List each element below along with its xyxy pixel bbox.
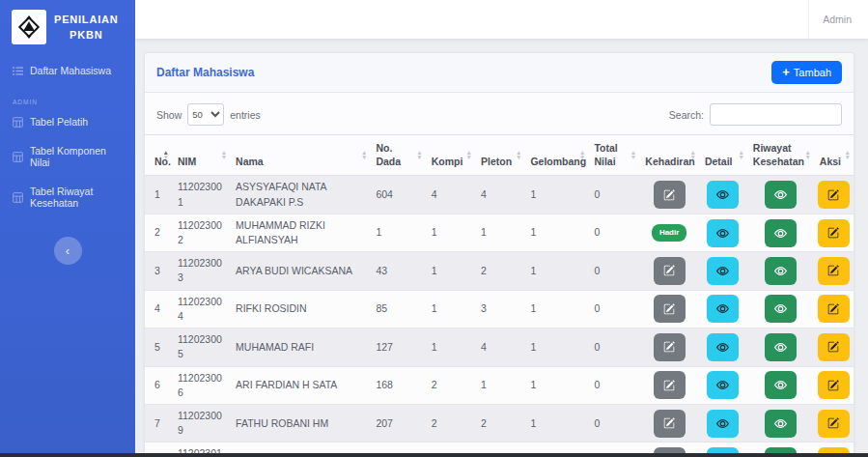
cell-no: 5 — [145, 328, 172, 366]
riwayat-kesehatan-view-button[interactable] — [765, 333, 797, 361]
sort-carets-icon: ▲▼ — [738, 149, 743, 159]
cell-kehadiran — [639, 366, 699, 404]
kehadiran-edit-button[interactable] — [654, 295, 686, 323]
cell-kehadiran: Hadir — [639, 214, 699, 251]
riwayat-kesehatan-view-button[interactable] — [765, 371, 797, 399]
brand-title-line2: PKBN — [54, 27, 118, 43]
column-header-kehadiran[interactable]: Kehadiran▲▼ — [639, 135, 699, 176]
sidebar-item-daftar-mahasiswa[interactable]: Daftar Mahasiswa — [0, 56, 135, 85]
column-header-no_dada[interactable]: No. Dada▲▼ — [370, 135, 425, 176]
column-header-total_nilai[interactable]: Total Nilai▲▼ — [588, 135, 639, 176]
aksi-edit-button[interactable] — [818, 181, 850, 209]
sort-carets-icon: ▲▼ — [690, 149, 696, 159]
detail-view-button[interactable] — [707, 333, 739, 361]
detail-view-button[interactable] — [707, 295, 739, 323]
sidebar-item-label: Daftar Mahasiswa — [30, 65, 111, 76]
riwayat-kesehatan-view-button[interactable] — [765, 181, 797, 209]
detail-view-button[interactable] — [707, 410, 739, 438]
topbar: Admin — [135, 0, 868, 39]
column-header-detail[interactable]: Detail▲▼ — [699, 135, 747, 176]
cell-no_dada: 168 — [370, 366, 425, 404]
table-row: 6112023006ARI FARDIAN H SATA1682110 — [145, 366, 854, 404]
riwayat-kesehatan-view-button[interactable] — [765, 295, 797, 323]
cell-kompi: 1 — [426, 290, 475, 328]
detail-view-button[interactable] — [707, 371, 739, 399]
cell-kehadiran — [639, 290, 699, 328]
riwayat-kesehatan-view-button[interactable] — [765, 219, 797, 247]
mahasiswa-table: No.▲▼NIM▲▼Nama▲▼No. Dada▲▼Kompi▲▼Pleton▲… — [145, 134, 854, 457]
kehadiran-edit-button[interactable] — [654, 333, 686, 361]
column-header-nama[interactable]: Nama▲▼ — [230, 135, 370, 176]
kehadiran-edit-button[interactable] — [654, 181, 686, 209]
aksi-edit-button[interactable] — [818, 257, 850, 285]
cell-aksi — [814, 404, 854, 442]
aksi-edit-button[interactable] — [818, 410, 850, 438]
cell-no: 6 — [145, 366, 172, 404]
aksi-edit-button[interactable] — [818, 333, 850, 361]
cell-gelombang: 1 — [524, 366, 588, 404]
show-label: Show — [156, 109, 182, 121]
content-area: Daftar Mahasiswa + Tambah Show 50 entrie… — [135, 39, 868, 457]
detail-view-button[interactable] — [707, 257, 739, 285]
riwayat-kesehatan-view-button[interactable] — [765, 257, 797, 285]
detail-view-button[interactable] — [707, 219, 739, 247]
column-header-nim[interactable]: NIM▲▼ — [172, 135, 230, 176]
eye-icon — [774, 265, 787, 277]
sidebar-item-tabel-riwayat-kesehatan[interactable]: Tabel Riwayat Kesehatan — [0, 177, 135, 217]
cell-kehadiran — [639, 176, 699, 214]
aksi-edit-button[interactable] — [818, 371, 850, 399]
cell-total_nilai: 0 — [588, 214, 639, 251]
table-row: 3112023003ARYA BUDI WICAKSANA431210 — [145, 252, 854, 290]
column-header-pleton[interactable]: Pleton▲▼ — [475, 135, 524, 176]
brand[interactable]: PENILAIAN PKBN — [0, 0, 135, 56]
eye-icon — [774, 341, 787, 354]
sidebar-item-tabel-pelatih[interactable]: Tabel Pelatih — [0, 107, 135, 136]
column-header-aksi[interactable]: Aksi▲▼ — [814, 135, 854, 176]
cell-no_dada: 604 — [370, 176, 425, 214]
cell-total_nilai: 0 — [588, 252, 639, 290]
column-header-kompi[interactable]: Kompi▲▼ — [426, 135, 475, 176]
tambah-button[interactable]: + Tambah — [771, 61, 842, 84]
app-logo-icon — [12, 10, 46, 44]
cell-no_dada: 1 — [370, 214, 425, 251]
eye-icon — [774, 227, 787, 240]
table-controls: Show 50 entries Search: — [145, 93, 854, 134]
cell-nama: MUHAMAD RAFI — [230, 328, 370, 366]
column-header-label: No. Dada — [376, 142, 401, 167]
cell-pleton: 2 — [475, 404, 524, 442]
pencil-square-icon — [663, 303, 675, 315]
column-header-no[interactable]: No.▲▼ — [145, 135, 172, 176]
cell-aksi — [814, 252, 854, 290]
kehadiran-edit-button[interactable] — [654, 257, 686, 285]
cell-nim: 112023004 — [172, 290, 230, 328]
cell-riwayat-kesehatan — [747, 176, 814, 214]
bottom-scrollbar[interactable] — [0, 453, 868, 457]
table-icon — [13, 152, 23, 162]
eye-icon — [716, 265, 729, 277]
riwayat-kesehatan-view-button[interactable] — [765, 410, 797, 438]
eye-icon — [716, 417, 729, 430]
card-header: Daftar Mahasiswa + Tambah — [145, 53, 854, 93]
cell-kompi: 4 — [426, 176, 475, 214]
kehadiran-edit-button[interactable] — [654, 410, 686, 438]
sidebar-item-tabel-komponen-nilai[interactable]: Tabel Komponen Nilai — [0, 136, 135, 177]
sidebar-collapse-button[interactable]: ‹ — [54, 237, 82, 265]
kehadiran-edit-button[interactable] — [654, 371, 686, 399]
column-header-label: Aksi — [820, 156, 841, 167]
topbar-user-label[interactable]: Admin — [808, 0, 868, 39]
page-size-select[interactable]: 50 — [187, 103, 224, 126]
pencil-square-icon — [827, 227, 839, 239]
cell-kehadiran — [639, 328, 699, 366]
column-header-riwayat_kesehatan[interactable]: Riwayat Kesehatan▲▼ — [747, 135, 814, 176]
column-header-gelombang[interactable]: Gelombang▲▼ — [524, 135, 588, 176]
aksi-edit-button[interactable] — [818, 219, 850, 247]
cell-no: 7 — [145, 404, 172, 442]
pencil-square-icon — [827, 380, 839, 391]
search-input[interactable] — [710, 103, 842, 126]
aksi-edit-button[interactable] — [818, 295, 850, 323]
pencil-square-icon — [663, 265, 675, 276]
show-entries-control: Show 50 entries — [156, 103, 261, 126]
detail-view-button[interactable] — [707, 181, 739, 209]
cell-nim: 112023006 — [172, 366, 230, 404]
pencil-square-icon — [827, 265, 839, 276]
